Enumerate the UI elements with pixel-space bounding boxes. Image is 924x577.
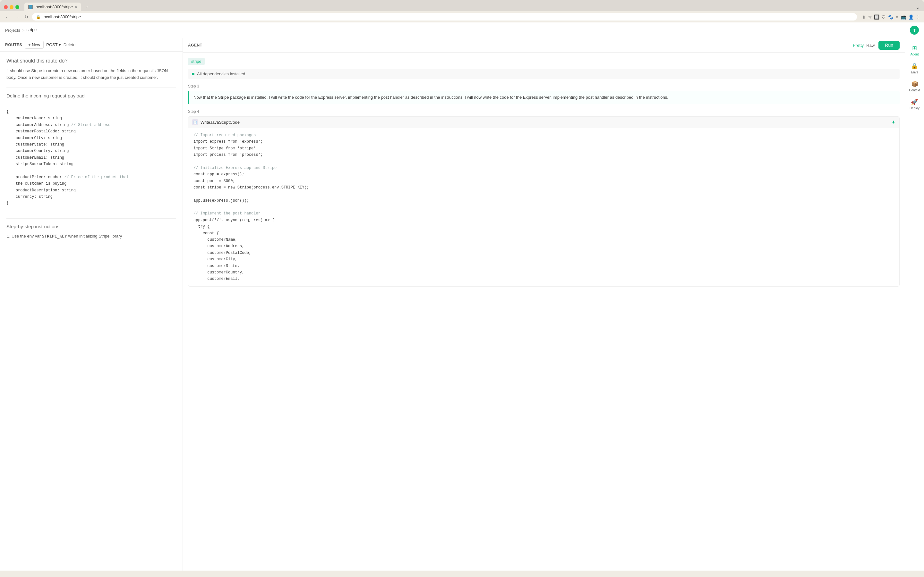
url-bar[interactable]: 🔒 localhost:3000/stripe (32, 13, 857, 21)
reload-button[interactable]: ↻ (23, 14, 29, 20)
window-controls: ⌄ (915, 3, 920, 11)
agent-icon: ⊞ (912, 45, 917, 52)
status-dot (192, 73, 194, 75)
share-icon[interactable]: ⬆ (862, 15, 866, 19)
menu-icon[interactable]: ⋮ (916, 15, 920, 19)
step3-text: Now that the Stripe package is installed… (194, 94, 895, 101)
payload-title: Define the incoming request payload (6, 93, 176, 98)
sidebar-item-envs[interactable]: 🔒 Envs (908, 60, 921, 77)
status-line: All dependencies installed (188, 69, 900, 79)
instructions-title: Step-by-step instructions (6, 224, 176, 229)
right-panel: AGENT Pretty Raw Run stripe All dependen… (183, 38, 924, 571)
routes-bar: ROUTES + New POST ▾ Delete (0, 38, 183, 52)
step4-label: Step 4 (188, 109, 900, 114)
divider2 (6, 218, 176, 219)
new-route-button[interactable]: + New (25, 41, 44, 49)
step3-block: Now that the Stripe package is installed… (188, 91, 900, 104)
forward-button[interactable]: → (13, 14, 21, 20)
status-text: All dependencies installed (197, 71, 245, 76)
toolbar-icons: ⬆ ☆ 🔲 🛡 🐾 ✦ 📺 👤 ⋮ (862, 15, 920, 19)
agent-panel: AGENT Pretty Raw Run stripe All dependen… (183, 38, 905, 571)
main-layout: ROUTES + New POST ▾ Delete What should t… (0, 38, 924, 571)
extension2-icon[interactable]: 🛡 (881, 15, 886, 19)
route-description: It should use Stripe to create a new cus… (6, 68, 176, 81)
method-chevron: ▾ (59, 42, 61, 47)
sidebar-item-agent[interactable]: ⊞ Agent (908, 42, 921, 59)
left-content: What should this route do? It should use… (0, 52, 183, 571)
deploy-icon: 🚀 (911, 98, 918, 105)
context-icon: 📦 (911, 81, 918, 87)
extension4-icon[interactable]: ✦ (895, 15, 899, 19)
spinner-icon: ✦ (891, 119, 895, 125)
delete-button[interactable]: Delete (63, 42, 76, 47)
divider (6, 87, 176, 88)
avatar[interactable]: T (910, 26, 919, 35)
address-bar: ← → ↻ 🔒 localhost:3000/stripe ⬆ ☆ 🔲 🛡 🐾 … (0, 11, 924, 23)
sidebar-icons: ⊞ Agent 🔒 Envs 📦 Context 🚀 Deploy (905, 38, 924, 571)
url-text: localhost:3000/stripe (43, 15, 81, 19)
write-block: 📄 WriteJavaScriptCode ✦ // Import requir… (188, 116, 900, 287)
active-tab[interactable]: 🌐 localhost:3000/stripe × (24, 3, 81, 11)
new-tab-button[interactable]: + (83, 3, 90, 11)
tab-favicon: 🌐 (28, 5, 33, 9)
back-button[interactable]: ← (4, 14, 11, 20)
pretty-button[interactable]: Pretty (853, 43, 864, 48)
secure-icon: 🔒 (36, 15, 41, 19)
browser-window: 🌐 localhost:3000/stripe × + ⌄ ← → ↻ 🔒 lo… (0, 0, 924, 23)
breadcrumb-separator: > (22, 28, 25, 33)
step3-label: Step 3 (188, 84, 900, 89)
agent-header: AGENT Pretty Raw Run (183, 38, 905, 53)
envs-icon: 🔒 (911, 63, 918, 69)
cast-icon[interactable]: 📺 (901, 15, 906, 19)
minimize-button[interactable] (10, 5, 13, 9)
extension1-icon[interactable]: 🔲 (874, 15, 879, 19)
sidebar-item-deploy[interactable]: 🚀 Deploy (907, 96, 922, 113)
write-header: 📄 WriteJavaScriptCode ✦ (188, 117, 899, 128)
method-label: POST (46, 42, 57, 47)
bookmark-icon[interactable]: ☆ (868, 15, 872, 19)
extension3-icon[interactable]: 🐾 (888, 15, 893, 19)
raw-button[interactable]: Raw (866, 43, 875, 48)
agent-label: AGENT (188, 43, 202, 47)
app: Projects > stripe T ROUTES + New POST ▾ … (0, 23, 924, 571)
traffic-lights (4, 5, 19, 9)
payload-code: { customerName: string customerAddress: … (6, 102, 176, 213)
instructions-list: Use the env var STRIPE_KEY when initiali… (6, 233, 176, 240)
tab-bar: 🌐 localhost:3000/stripe × + ⌄ (0, 0, 924, 11)
maximize-button[interactable] (15, 5, 19, 9)
agent-content: stripe All dependencies installed Step 3… (183, 53, 905, 571)
code-area: // Import required packages import expre… (188, 128, 899, 286)
tab-close-button[interactable]: × (75, 5, 77, 9)
method-selector[interactable]: POST ▾ (46, 42, 61, 47)
routes-label: ROUTES (5, 43, 22, 47)
breadcrumb: Projects > stripe T (0, 23, 924, 38)
breadcrumb-projects[interactable]: Projects (5, 28, 20, 33)
tab-label: localhost:3000/stripe (35, 5, 73, 9)
run-button[interactable]: Run (879, 41, 900, 50)
route-question: What should this route do? (6, 58, 176, 64)
instruction-item-1: Use the env var STRIPE_KEY when initiali… (11, 233, 176, 240)
close-button[interactable] (4, 5, 8, 9)
write-label: WriteJavaScriptCode (200, 120, 240, 125)
profile-icon[interactable]: 👤 (908, 15, 914, 19)
breadcrumb-current: stripe (27, 27, 37, 33)
left-panel: ROUTES + New POST ▾ Delete What should t… (0, 38, 183, 571)
agent-tag: stripe (188, 58, 205, 65)
sidebar-item-context[interactable]: 📦 Context (906, 78, 922, 95)
write-icon: 📄 (192, 119, 198, 125)
format-buttons: Pretty Raw (853, 43, 875, 48)
